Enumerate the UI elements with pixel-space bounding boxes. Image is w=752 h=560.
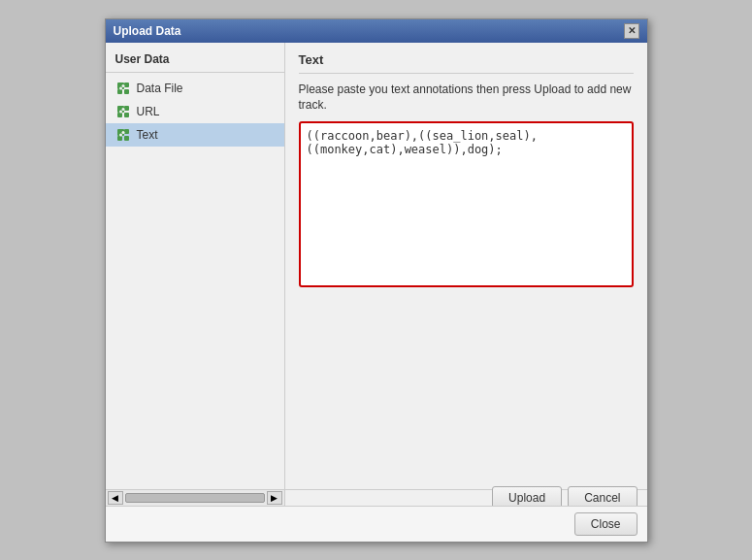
- svg-rect-1: [124, 82, 129, 87]
- scroll-left-arrow[interactable]: ◀: [108, 491, 123, 505]
- svg-rect-8: [117, 113, 122, 117]
- text-input[interactable]: [303, 125, 630, 280]
- sidebar: User Data Data File: [106, 43, 285, 489]
- svg-rect-7: [124, 106, 129, 111]
- sidebar-title: User Data: [106, 47, 284, 73]
- svg-rect-13: [124, 129, 129, 134]
- dialog-body: User Data Data File: [106, 43, 647, 489]
- title-bar: Upload Data ✕: [106, 19, 647, 43]
- sidebar-item-url-label: URL: [137, 105, 160, 118]
- puzzle-icon-data-file: [115, 81, 131, 96]
- svg-rect-2: [117, 89, 122, 94]
- close-icon[interactable]: ✕: [624, 23, 639, 39]
- main-panel-title: Text: [299, 52, 634, 74]
- svg-rect-15: [124, 136, 129, 141]
- scroll-right-arrow[interactable]: ▶: [267, 491, 282, 505]
- sidebar-item-text-label: Text: [137, 128, 158, 142]
- main-panel: Text Please paste you text annotations t…: [285, 43, 647, 489]
- svg-point-4: [121, 84, 124, 87]
- svg-rect-3: [124, 89, 129, 94]
- close-button[interactable]: Close: [574, 512, 638, 536]
- svg-rect-9: [124, 113, 129, 117]
- svg-point-17: [119, 133, 122, 136]
- sidebar-scrollbar: ◀ ▶: [106, 490, 285, 506]
- svg-point-10: [121, 108, 124, 111]
- puzzle-icon-text: [115, 127, 131, 143]
- svg-point-5: [119, 86, 122, 89]
- svg-point-16: [121, 131, 124, 134]
- sidebar-item-url[interactable]: URL: [106, 100, 284, 123]
- upload-data-dialog: Upload Data ✕ User Data Data File: [105, 18, 648, 543]
- sidebar-item-data-file[interactable]: Data File: [106, 77, 284, 100]
- sidebar-item-data-file-label: Data File: [137, 82, 183, 95]
- puzzle-icon-url: [115, 104, 131, 119]
- svg-point-11: [119, 110, 122, 113]
- sidebar-item-text[interactable]: Text: [106, 123, 284, 147]
- svg-rect-14: [117, 136, 122, 141]
- close-bar: Close: [106, 506, 647, 542]
- instruction-text: Please paste you text annotations then p…: [299, 82, 634, 115]
- scroll-thumb[interactable]: [125, 493, 265, 503]
- text-area-wrapper: [299, 121, 634, 287]
- dialog-title: Upload Data: [114, 24, 181, 38]
